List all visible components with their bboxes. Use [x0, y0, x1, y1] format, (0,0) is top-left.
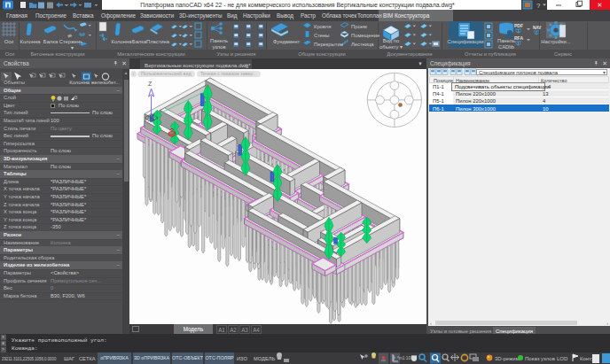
svg-text:NAV: NAV [533, 26, 542, 30]
svg-text:?: ? [536, 2, 541, 10]
svg-text:3D-режим: 3D-режим [495, 356, 520, 361]
svg-text:PDF: PDF [514, 23, 523, 28]
svg-text:Z: Z [148, 81, 152, 87]
svg-text:*m1:100: *m1:100 [397, 356, 413, 360]
svg-text:Показ узлов: Показ узлов [525, 356, 555, 361]
svg-text:LOD: LOD [557, 356, 568, 361]
